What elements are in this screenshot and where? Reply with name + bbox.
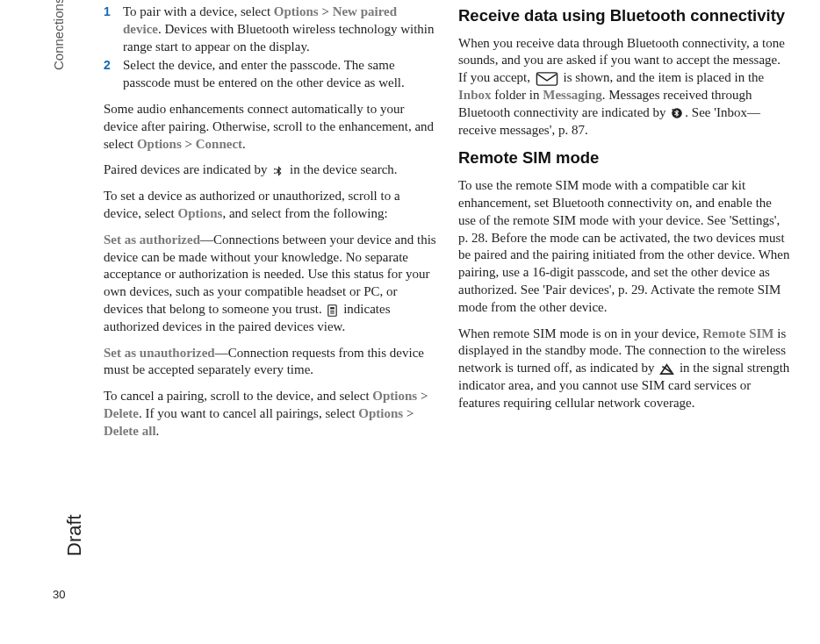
text: > <box>182 137 196 151</box>
delete-all-label: Delete all <box>104 424 156 438</box>
svg-point-0 <box>274 168 276 170</box>
options-label: Options <box>372 389 417 403</box>
paragraph: Paired devices are indicated by in the d… <box>104 161 437 179</box>
page-number: 30 <box>53 588 65 601</box>
section-label: Connections <box>51 0 66 70</box>
options-label: Options <box>358 406 403 420</box>
set-authorized-label: Set as authorized <box>104 233 200 247</box>
text: . If you want to cancel all pairings, se… <box>139 406 358 420</box>
text: , and select from the following: <box>222 206 387 220</box>
pairing-steps: 1 To pair with a device, select Options … <box>104 4 437 92</box>
remote-sim-label: Remote SIM <box>702 326 773 340</box>
svg-rect-3 <box>331 307 335 309</box>
text: . <box>156 424 160 438</box>
paragraph: To set a device as authorized or unautho… <box>104 188 437 223</box>
messaging-label: Messaging <box>543 88 602 102</box>
svg-point-1 <box>274 172 276 174</box>
options-label: Options <box>137 137 182 151</box>
paragraph: To cancel a pairing, scroll to the devic… <box>104 388 437 440</box>
step-number: 2 <box>104 57 123 92</box>
no-signal-icon <box>659 363 674 376</box>
authorized-device-icon <box>327 304 338 317</box>
paragraph: Set as unauthorized—Connection requests … <box>104 345 437 380</box>
inbox-label: Inbox <box>458 88 492 102</box>
text: . Devices with Bluetooth wireless techno… <box>123 22 435 54</box>
text: Paired devices are indicated by <box>104 162 270 176</box>
step-1: 1 To pair with a device, select Options … <box>104 4 437 55</box>
paragraph: Some audio enhancements connect automati… <box>104 101 437 153</box>
options-label: Options <box>178 206 223 220</box>
svg-point-8 <box>673 109 674 111</box>
left-column: 1 To pair with a device, select Options … <box>104 4 437 449</box>
heading-receive-data: Receive data using Bluetooth connectivit… <box>458 5 792 26</box>
step-body: Select the device, and enter the passcod… <box>123 57 437 92</box>
paragraph: When you receive data through Bluetooth … <box>458 35 792 140</box>
sidebar: Connections Draft 30 <box>0 0 97 644</box>
options-label: Options <box>274 4 319 18</box>
paragraph: Set as authorized—Connections between yo… <box>104 232 437 336</box>
delete-label: Delete <box>104 406 139 420</box>
set-unauthorized-label: Set as unauthorized <box>104 346 215 360</box>
text: To pair with a device, select <box>123 4 274 18</box>
paragraph: To use the remote SIM mode with a compat… <box>458 177 792 316</box>
right-column: Receive data using Bluetooth connectivit… <box>458 4 792 449</box>
step-number: 1 <box>104 4 123 55</box>
text: in the device search. <box>286 162 397 176</box>
text: To cancel a pairing, scroll to the devic… <box>104 389 372 403</box>
content-columns: 1 To pair with a device, select Options … <box>104 4 806 449</box>
heading-remote-sim: Remote SIM mode <box>458 147 792 168</box>
text: > <box>319 4 333 18</box>
text: is shown, and the item is placed in the <box>560 70 764 84</box>
text: folder in <box>492 88 543 102</box>
envelope-icon <box>536 72 558 86</box>
text: > <box>417 389 428 403</box>
step-body: To pair with a device, select Options > … <box>123 4 437 55</box>
text: . <box>242 137 246 151</box>
svg-rect-4 <box>331 311 335 311</box>
bluetooth-paired-icon <box>272 165 284 177</box>
svg-rect-6 <box>536 73 557 85</box>
step-2: 2 Select the device, and enter the passc… <box>104 57 437 92</box>
paragraph: When remote SIM mode is on in your devic… <box>458 326 792 412</box>
text: > <box>403 406 414 420</box>
svg-rect-5 <box>331 312 335 313</box>
text: When remote SIM mode is on in your devic… <box>458 326 702 340</box>
draft-watermark: Draft <box>63 514 86 556</box>
bluetooth-message-icon <box>671 107 683 119</box>
connect-label: Connect <box>196 137 242 151</box>
